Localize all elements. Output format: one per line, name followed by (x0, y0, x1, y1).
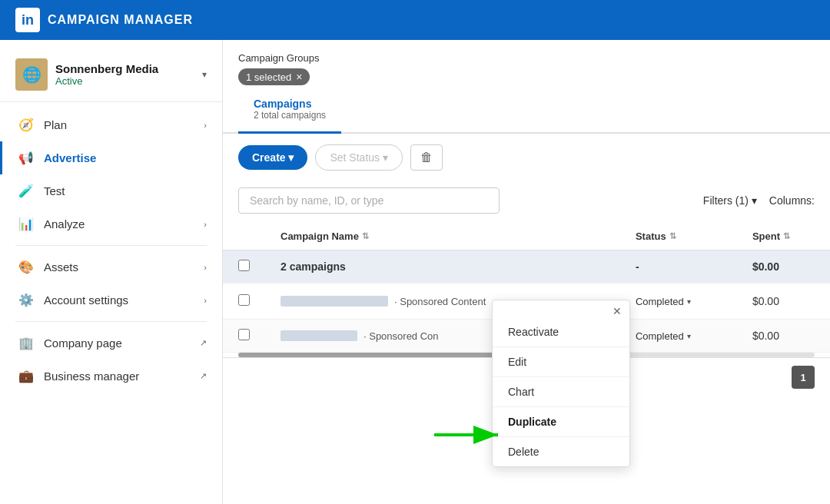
delete-icon: 🗑 (420, 151, 433, 164)
advertise-icon: 📢 (18, 151, 35, 165)
account-status: Active (55, 75, 194, 87)
test-icon: 🧪 (18, 184, 35, 198)
filters-button[interactable]: Filters (1) ▾ (703, 194, 757, 207)
page-1-button[interactable]: 1 (792, 366, 815, 389)
account-selector[interactable]: 🌐 Sonnenberg Media Active ▾ (0, 48, 222, 102)
tab-campaigns[interactable]: Campaigns 2 total campaigns (238, 85, 341, 134)
app-title: CAMPAIGN MANAGER (48, 13, 193, 27)
sidebar-divider (15, 245, 207, 246)
avatar: 🌐 (15, 58, 48, 91)
badge-text: 1 selected (246, 71, 291, 83)
edit-label: Edit (508, 356, 526, 368)
row2-checkbox[interactable] (238, 329, 250, 340)
tab-label: Campaigns (254, 98, 326, 110)
create-button[interactable]: Create ▾ (238, 145, 307, 170)
settings-icon: ⚙️ (18, 293, 35, 307)
campaign-groups-label: Campaign Groups (238, 52, 815, 64)
sort-icon: ⇅ (669, 231, 676, 241)
duplicate-label: Duplicate (508, 416, 556, 428)
group-spent: $0.00 (752, 260, 779, 273)
group-status-cell: - (620, 250, 737, 284)
row1-status-cell: Completed ▾ (620, 284, 737, 320)
page-number: 1 (800, 372, 805, 383)
duplicate-arrow-indicator (430, 423, 507, 446)
group-checkbox-cell (223, 250, 265, 284)
chart-label: Chart (508, 386, 534, 398)
sidebar-item-account-settings[interactable]: ⚙️ Account settings › (0, 284, 222, 317)
row1-status-badge[interactable]: Completed ▾ (636, 296, 691, 307)
sidebar-item-company-page[interactable]: 🏢 Company page ↗ (0, 327, 222, 360)
sidebar-item-business-manager[interactable]: 💼 Business manager ↗ (0, 360, 222, 393)
row2-spent-cell: $0.00 (737, 320, 830, 353)
filter-columns: Filters (1) ▾ Columns: (703, 194, 815, 207)
badge-close-button[interactable]: × (296, 71, 302, 83)
sidebar-item-advertise[interactable]: 📢 Advertise (0, 141, 222, 174)
row1-spent-cell: $0.00 (737, 284, 830, 320)
table-row-group: 2 campaigns - $0.00 (223, 250, 830, 284)
group-name-cell: 2 campaigns (265, 250, 620, 284)
sidebar-item-analyze[interactable]: 📊 Analyze › (0, 207, 222, 240)
chevron-icon: › (204, 263, 207, 272)
external-link-icon: ↗ (200, 338, 207, 348)
group-status: - (636, 260, 639, 273)
row1-name-blurred (281, 296, 388, 307)
campaign-groups-header: Campaign Groups 1 selected × (223, 40, 830, 85)
group-checkbox[interactable] (238, 260, 250, 271)
group-spent-cell: $0.00 (737, 250, 830, 284)
context-menu-item-delete[interactable]: Delete (493, 437, 629, 466)
row2-checkbox-cell (223, 320, 265, 353)
row1-checkbox-cell (223, 284, 265, 320)
tab-subtitle: 2 total campaigns (254, 110, 326, 121)
account-chevron-icon: ▾ (202, 69, 207, 80)
sidebar-item-label: Business manager (44, 370, 139, 383)
row2-status-badge[interactable]: Completed ▾ (636, 330, 691, 342)
analyze-icon: 📊 (18, 217, 35, 231)
sidebar-item-assets[interactable]: 🎨 Assets › (0, 250, 222, 284)
sidebar-item-label: Account settings (44, 293, 128, 307)
group-name: 2 campaigns (281, 260, 346, 273)
sort-icon: ⇅ (783, 231, 790, 241)
linkedin-logo-icon: in (15, 8, 40, 32)
sort-icon: ⇅ (362, 231, 369, 241)
th-campaign-name: Campaign Name ⇅ (265, 223, 620, 250)
account-info: Sonnenberg Media Active (55, 62, 194, 87)
chevron-icon: › (204, 220, 207, 229)
tabs-row: Campaigns 2 total campaigns (223, 85, 830, 134)
row1-type: · Sponsored Content (394, 296, 486, 307)
th-status: Status ⇅ (620, 223, 737, 250)
th-checkbox (223, 223, 265, 250)
row2-status-text: Completed (636, 330, 684, 342)
row1-spent: $0.00 (752, 295, 779, 307)
context-menu-item-duplicate[interactable]: Duplicate (493, 407, 629, 437)
reactivate-label: Reactivate (508, 326, 559, 338)
business-manager-icon: 💼 (18, 369, 35, 383)
sidebar-item-test[interactable]: 🧪 Test (0, 174, 222, 207)
row2-type: · Sponsored Con (364, 330, 439, 342)
status-chevron-icon: ▾ (687, 297, 691, 306)
th-spent: Spent ⇅ (737, 223, 830, 250)
filters-label: Filters (1) ▾ (703, 194, 757, 207)
external-link-icon: ↗ (200, 371, 207, 381)
sidebar-item-plan[interactable]: 🧭 Plan › (0, 108, 222, 141)
company-page-icon: 🏢 (18, 336, 35, 350)
nav-logo: in CAMPAIGN MANAGER (15, 8, 193, 32)
assets-icon: 🎨 (18, 260, 35, 274)
search-row: Filters (1) ▾ Columns: (223, 181, 830, 223)
context-menu-item-reactivate[interactable]: Reactivate (493, 317, 629, 347)
create-button-label: Create ▾ (252, 151, 294, 164)
columns-label: Columns: (769, 194, 815, 207)
delete-button[interactable]: 🗑 (410, 144, 443, 171)
set-status-button[interactable]: Set Status ▾ (315, 144, 402, 171)
toolbar: Create ▾ Set Status ▾ 🗑 (223, 134, 830, 181)
context-menu: ✕ Reactivate Edit Chart Duplicate Delete (492, 300, 630, 467)
context-close-button[interactable]: ✕ (613, 305, 622, 317)
delete-label: Delete (508, 446, 539, 458)
search-input[interactable] (238, 187, 500, 214)
sidebar-divider (15, 321, 207, 322)
main-layout: 🌐 Sonnenberg Media Active ▾ 🧭 Plan › 📢 A… (0, 40, 830, 504)
row1-checkbox[interactable] (238, 294, 250, 306)
context-menu-item-edit[interactable]: Edit (493, 347, 629, 377)
set-status-label: Set Status ▾ (330, 151, 387, 164)
context-menu-item-chart[interactable]: Chart (493, 377, 629, 407)
table-header: Campaign Name ⇅ Status ⇅ (223, 223, 830, 250)
